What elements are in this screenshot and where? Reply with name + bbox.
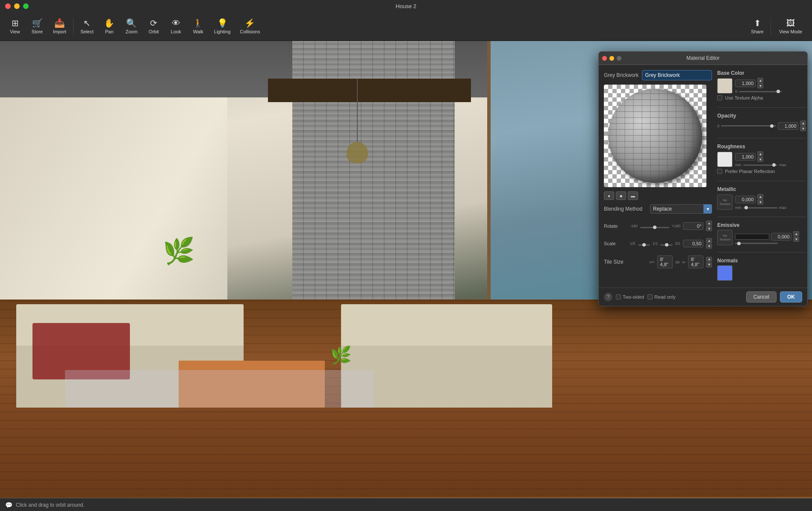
- me-close-button[interactable]: [602, 56, 607, 61]
- scale-label: Scale: [604, 241, 627, 246]
- base-color-thumb[interactable]: [717, 78, 733, 94]
- toolbar-select[interactable]: ↖ Select: [76, 16, 98, 37]
- scene-plant-left: 🌿: [130, 238, 227, 370]
- base-color-slider[interactable]: [739, 91, 782, 92]
- import-icon: 📥: [54, 19, 65, 27]
- emissive-slider[interactable]: [735, 243, 778, 244]
- base-color-up[interactable]: ▲: [757, 78, 763, 83]
- opacity-row: 0 ▲ ▼: [717, 120, 806, 131]
- opacity-up[interactable]: ▲: [800, 120, 806, 126]
- metallic-slider[interactable]: [743, 207, 777, 209]
- collisions-icon: ⚡: [244, 19, 255, 27]
- two-sided-label: Two-sided: [623, 294, 644, 300]
- opacity-value[interactable]: [778, 122, 798, 130]
- preview-cube-btn[interactable]: ■: [616, 191, 626, 200]
- roughness-value-input[interactable]: [735, 153, 756, 161]
- toolbar-view-mode[interactable]: 🖼 View Mode: [774, 16, 808, 37]
- toolbar-walk-label: Walk: [193, 29, 203, 34]
- status-icon: 💬: [5, 502, 12, 508]
- scale-slider-right[interactable]: [660, 244, 672, 246]
- metallic-value-input[interactable]: [735, 196, 756, 203]
- rotate-label: Rotate: [604, 223, 627, 229]
- rotate-slider[interactable]: [640, 227, 669, 228]
- roughness-row: ▲ ▼ min max: [717, 151, 806, 167]
- preview-plane-btn[interactable]: ▬: [628, 191, 638, 200]
- material-editor: Material Editor Grey Brickwork ● ■ ▬: [598, 51, 808, 306]
- share-icon: ⬆: [754, 19, 761, 27]
- rotate-down-btn[interactable]: ▼: [706, 226, 712, 231]
- emissive-value-input[interactable]: [771, 233, 791, 241]
- emissive-no-texture[interactable]: NoTexture: [717, 230, 733, 245]
- ok-button[interactable]: OK: [780, 291, 802, 302]
- base-color-down[interactable]: ▼: [757, 83, 763, 88]
- metallic-value-row: ▲ ▼: [735, 194, 786, 205]
- footer-left: ? Two-sided Read only: [604, 293, 676, 301]
- maximize-button[interactable]: [23, 3, 29, 9]
- roughness-down[interactable]: ▼: [757, 157, 763, 162]
- me-min-button[interactable]: [609, 56, 614, 61]
- roughness-slider[interactable]: [743, 164, 777, 166]
- metallic-up[interactable]: ▲: [757, 194, 763, 199]
- metallic-no-texture[interactable]: NoTexture: [717, 194, 733, 210]
- normals-thumb[interactable]: [717, 265, 733, 281]
- toolbar-walk[interactable]: 🚶 Walk: [188, 16, 209, 37]
- metallic-down[interactable]: ▼: [757, 200, 763, 205]
- prefer-planar-checkbox[interactable]: [717, 169, 722, 174]
- toolbar-view[interactable]: ⊞ View: [4, 16, 26, 37]
- roughness-spin: ▲ ▼: [757, 151, 763, 162]
- minimize-button[interactable]: [14, 3, 20, 9]
- me-max-button[interactable]: [617, 56, 621, 61]
- use-texture-alpha-checkbox[interactable]: [717, 95, 722, 100]
- scale-value-input[interactable]: [683, 240, 703, 247]
- toolbar-orbit-label: Orbit: [149, 29, 159, 34]
- base-color-value-input[interactable]: [735, 79, 756, 87]
- toolbar-share[interactable]: ⬆ Share: [747, 16, 768, 37]
- divider-2: [717, 138, 806, 138]
- toolbar-orbit[interactable]: ⟳ Orbit: [143, 16, 165, 37]
- orbit-icon: ⟳: [150, 19, 157, 27]
- roughness-thumb[interactable]: [717, 152, 733, 167]
- emissive-color-bar[interactable]: [735, 234, 769, 240]
- emissive-up[interactable]: ▲: [793, 231, 799, 236]
- read-only-checkbox[interactable]: [647, 294, 653, 300]
- blending-method-select[interactable]: Replace Additive Multiply: [650, 204, 712, 214]
- tile-down-btn[interactable]: ▼: [706, 262, 712, 267]
- help-button[interactable]: ?: [604, 293, 612, 301]
- toolbar-zoom[interactable]: 🔍 Zoom: [121, 16, 142, 37]
- scale-slider-left[interactable]: [638, 244, 650, 246]
- roughness-up[interactable]: ▲: [757, 151, 763, 156]
- material-name-label: Grey Brickwork: [604, 72, 638, 78]
- toolbar-pan[interactable]: ✋ Pan: [99, 16, 120, 37]
- toolbar-divider-2: [771, 18, 771, 35]
- emissive-down[interactable]: ▼: [793, 237, 799, 242]
- roughness-title: Roughness: [717, 144, 806, 150]
- rotate-up-btn[interactable]: ▲: [706, 220, 712, 226]
- tile-up-btn[interactable]: ▲: [706, 257, 712, 262]
- rotate-value-input[interactable]: [683, 222, 703, 230]
- emissive-title: Emissive: [717, 222, 806, 228]
- tile-size-left: 8' 4,8": [657, 256, 673, 268]
- base-color-section: Base Color ▲ ▼: [717, 70, 806, 102]
- toolbar-look[interactable]: 👁 Look: [165, 16, 187, 37]
- close-button[interactable]: [5, 3, 11, 9]
- toolbar-lighting[interactable]: 💡 Lighting: [210, 16, 235, 37]
- roughness-section: Roughness ▲ ▼ m: [717, 144, 806, 176]
- metallic-spin: ▲ ▼: [757, 194, 763, 205]
- toolbar-collisions[interactable]: ⚡ Collisions: [235, 16, 264, 37]
- emissive-section: Emissive NoTexture ▲ ▼: [717, 222, 806, 247]
- material-name-input[interactable]: [642, 70, 712, 80]
- base-color-values: ▲ ▼ 0: [735, 78, 782, 94]
- material-editor-titlebar: Material Editor: [599, 52, 807, 65]
- toolbar-store[interactable]: 🛒 Store: [26, 16, 48, 37]
- blending-method-label: Blending Method: [604, 206, 647, 212]
- cancel-button[interactable]: Cancel: [746, 291, 777, 302]
- window-title: House 2: [396, 3, 416, 9]
- preview-sphere-btn[interactable]: ●: [604, 191, 614, 200]
- opacity-slider[interactable]: [721, 125, 776, 126]
- scale-up-btn[interactable]: ▲: [706, 238, 712, 243]
- two-sided-checkbox[interactable]: [616, 294, 621, 300]
- scale-slider-left-container: [638, 240, 650, 247]
- opacity-down[interactable]: ▼: [800, 126, 806, 131]
- scale-down-btn[interactable]: ▼: [706, 244, 712, 249]
- toolbar-import[interactable]: 📥 Import: [49, 16, 71, 37]
